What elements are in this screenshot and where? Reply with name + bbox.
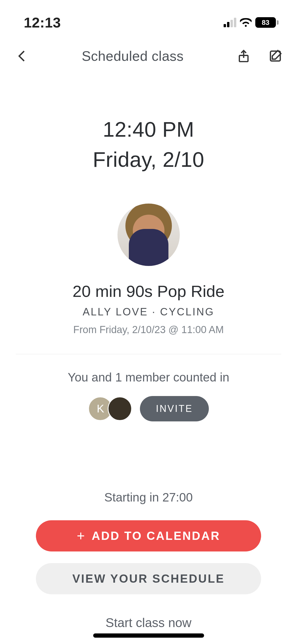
share-icon: [236, 49, 251, 63]
class-from: From Friday, 2/10/23 @ 11:00 AM: [0, 324, 297, 335]
divider: [16, 354, 281, 354]
counted-in-block: You and 1 member counted in K INVITE: [0, 370, 297, 421]
status-time: 12:13: [24, 14, 61, 31]
page-title: Scheduled class: [82, 48, 183, 64]
class-title: 20 min 90s Pop Ride: [0, 282, 297, 301]
wifi-icon: [240, 18, 252, 27]
battery-percent: 83: [262, 19, 270, 27]
schedule-time: 12:40 PM: [0, 117, 297, 142]
edit-icon: [268, 49, 283, 63]
start-now-block: Start class now: [0, 615, 297, 630]
chevron-left-icon: [14, 49, 29, 63]
schedule-date: Friday, 2/10: [0, 148, 297, 172]
plus-icon: +: [77, 529, 86, 543]
view-label: VIEW YOUR SCHEDULE: [72, 572, 225, 585]
start-class-now-link[interactable]: Start class now: [0, 615, 297, 630]
member-avatars: K: [88, 397, 132, 421]
battery-icon: 83: [255, 17, 279, 28]
back-button[interactable]: [13, 48, 30, 65]
add-label: ADD TO CALENDAR: [92, 529, 220, 542]
status-bar: 12:13 83: [0, 0, 297, 34]
view-schedule-button[interactable]: VIEW YOUR SCHEDULE: [36, 563, 261, 594]
class-subtitle: ALLY LOVE · CYCLING: [0, 306, 297, 318]
status-right: 83: [224, 17, 279, 28]
cellular-icon: [224, 18, 236, 27]
avatar-member[interactable]: [108, 397, 132, 421]
counted-in-text: You and 1 member counted in: [0, 370, 297, 384]
invite-button[interactable]: INVITE: [140, 396, 209, 421]
countdown-block: Starting in 27:00: [0, 490, 297, 504]
action-buttons: + ADD TO CALENDAR VIEW YOUR SCHEDULE: [0, 520, 297, 594]
edit-button[interactable]: [267, 48, 284, 65]
share-button[interactable]: [235, 48, 252, 65]
schedule-block: 12:40 PM Friday, 2/10: [0, 117, 297, 172]
class-block: 20 min 90s Pop Ride ALLY LOVE · CYCLING …: [0, 204, 297, 335]
home-indicator[interactable]: [93, 633, 204, 638]
instructor-avatar[interactable]: [117, 204, 180, 266]
nav-bar: Scheduled class: [0, 34, 297, 72]
countdown-text: Starting in 27:00: [0, 490, 297, 504]
add-to-calendar-button[interactable]: + ADD TO CALENDAR: [36, 520, 261, 551]
